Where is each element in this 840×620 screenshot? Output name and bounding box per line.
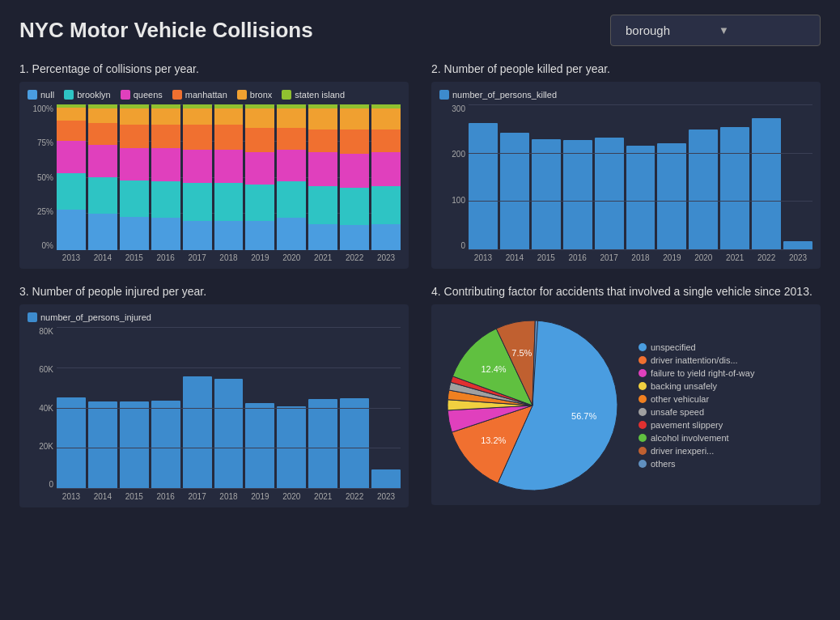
stacked-bar-col bbox=[151, 104, 180, 250]
pie-legend-dot bbox=[638, 421, 647, 429]
bar-segment-queens bbox=[308, 152, 337, 185]
x-label: 2013 bbox=[469, 253, 498, 262]
pie-legend-dot bbox=[638, 408, 647, 416]
pie-legend-label: unspecified bbox=[651, 342, 696, 352]
bar-segment-brooklyn bbox=[88, 177, 117, 214]
pie-legend-item-0: unspecified bbox=[638, 342, 754, 352]
bar-segment-queens bbox=[277, 150, 306, 182]
x-label: 2022 bbox=[340, 253, 369, 262]
pie-legend-dot bbox=[638, 382, 647, 390]
bar-segment-bronx bbox=[151, 108, 180, 125]
bar-segment-bronx bbox=[371, 108, 401, 129]
x-label: 2022 bbox=[752, 253, 781, 262]
bar-segment-brooklyn bbox=[308, 186, 337, 224]
chart2-axis-wrapper: 3002001000 bbox=[439, 104, 812, 250]
simple-bar bbox=[720, 127, 749, 250]
x-label: 2013 bbox=[57, 253, 86, 262]
legend-dot bbox=[28, 90, 37, 100]
chart2-section: 2. Number of people killed per year. num… bbox=[420, 54, 832, 277]
simple-bar bbox=[183, 376, 212, 489]
x-label: 2019 bbox=[245, 492, 274, 501]
simple-bar bbox=[469, 123, 498, 251]
bar-segment-bronx bbox=[88, 108, 117, 123]
x-label: 2018 bbox=[214, 492, 244, 501]
pie-legend-dot bbox=[638, 395, 647, 403]
bar-segment-bronx bbox=[214, 108, 244, 125]
x-label: 2023 bbox=[371, 253, 401, 262]
simple-bar bbox=[245, 403, 274, 489]
bar-segment-null bbox=[151, 218, 180, 250]
x-label: 2014 bbox=[88, 492, 117, 501]
bar-segment-manhattan bbox=[371, 130, 401, 153]
chart3-x-labels: 2013201420152016201720182019202020212022… bbox=[57, 492, 401, 501]
borough-dropdown[interactable]: borough ▼ bbox=[610, 15, 821, 46]
simple-bar bbox=[752, 118, 781, 250]
bar-segment-manhattan bbox=[151, 125, 180, 148]
bar-segment-brooklyn bbox=[151, 181, 180, 218]
simple-bar bbox=[214, 379, 244, 489]
legend-dot bbox=[172, 90, 182, 100]
chart3-legend-color bbox=[28, 312, 37, 322]
x-label: 2020 bbox=[689, 253, 718, 262]
x-label: 2021 bbox=[720, 253, 749, 262]
x-label: 2017 bbox=[595, 253, 624, 262]
legend-dot bbox=[282, 90, 291, 100]
x-label: 2018 bbox=[214, 253, 244, 262]
bar-segment-manhattan bbox=[57, 121, 86, 141]
x-label: 2017 bbox=[183, 492, 212, 501]
bar-segment-null bbox=[214, 221, 244, 250]
chart3-bars-container bbox=[57, 327, 401, 489]
simple-bar bbox=[783, 241, 812, 250]
simple-bar bbox=[500, 133, 529, 250]
bar-segment-brooklyn bbox=[214, 183, 244, 221]
legend-item-bronx: bronx bbox=[237, 90, 273, 100]
pie-legend-label: others bbox=[651, 459, 676, 469]
chart1-axis-wrapper: 100%75%50%25%0% 20132014201520162017 bbox=[28, 104, 401, 262]
simple-bar bbox=[277, 406, 306, 489]
bar-segment-brooklyn bbox=[340, 188, 369, 226]
chart3-section: 3. Number of people injured per year. nu… bbox=[8, 277, 420, 516]
x-label: 2021 bbox=[308, 492, 337, 501]
chart3-y-axis: 80K60K40K20K0 bbox=[28, 327, 57, 489]
chart3-axis-wrapper: 80K60K40K20K0 bbox=[28, 327, 401, 489]
chart4-pie-legend: unspecifieddriver inattention/dis...fail… bbox=[638, 342, 754, 469]
bar-segment-queens bbox=[245, 152, 274, 185]
stacked-bar-col bbox=[371, 104, 401, 250]
dropdown-label: borough bbox=[626, 23, 670, 37]
legend-label: queens bbox=[134, 90, 163, 100]
chart4-label: 4. Contributing factor for accidents tha… bbox=[431, 285, 821, 298]
legend-dot bbox=[121, 90, 130, 100]
pie-legend-item-4: other vehicular bbox=[638, 394, 754, 404]
pie-label-1: 13.2% bbox=[481, 435, 506, 445]
pie-legend-dot bbox=[638, 369, 647, 377]
chart3-label: 3. Number of people injured per year. bbox=[19, 285, 409, 298]
stacked-bar-col bbox=[88, 104, 117, 250]
simple-bar bbox=[120, 401, 149, 489]
pie-legend-dot bbox=[638, 343, 647, 351]
bar-segment-null bbox=[57, 210, 86, 250]
bar-segment-queens bbox=[371, 152, 401, 185]
pie-legend-label: driver inattention/dis... bbox=[651, 355, 738, 365]
pie-label-8: 7.5% bbox=[511, 348, 532, 358]
simple-bar bbox=[657, 143, 686, 250]
chart1-x-labels: 2013201420152016201720182019202020212022… bbox=[57, 253, 401, 262]
x-label: 2023 bbox=[371, 492, 401, 501]
x-label: 2015 bbox=[120, 253, 149, 262]
legend-dot bbox=[237, 90, 247, 100]
chart1-box: nullbrooklynqueensmanhattanbronxstaten i… bbox=[19, 82, 409, 269]
simple-bar bbox=[532, 139, 561, 250]
bar-segment-manhattan bbox=[340, 130, 369, 155]
page-title: NYC Motor Vehicle Collisions bbox=[19, 18, 313, 43]
chart2-legend-label: number_of_persons_killed bbox=[452, 90, 557, 100]
bar-segment-null bbox=[88, 214, 117, 250]
legend-dot bbox=[64, 90, 74, 100]
x-label: 2016 bbox=[151, 253, 180, 262]
bar-segment-queens bbox=[88, 145, 117, 177]
legend-label: bronx bbox=[250, 90, 273, 100]
simple-bar bbox=[340, 398, 369, 489]
bar-segment-manhattan bbox=[308, 130, 337, 153]
pie-label-7: 12.4% bbox=[481, 364, 506, 374]
chart3-legend: number_of_persons_injured bbox=[28, 312, 401, 322]
bar-segment-manhattan bbox=[88, 123, 117, 145]
simple-bar bbox=[563, 140, 592, 250]
